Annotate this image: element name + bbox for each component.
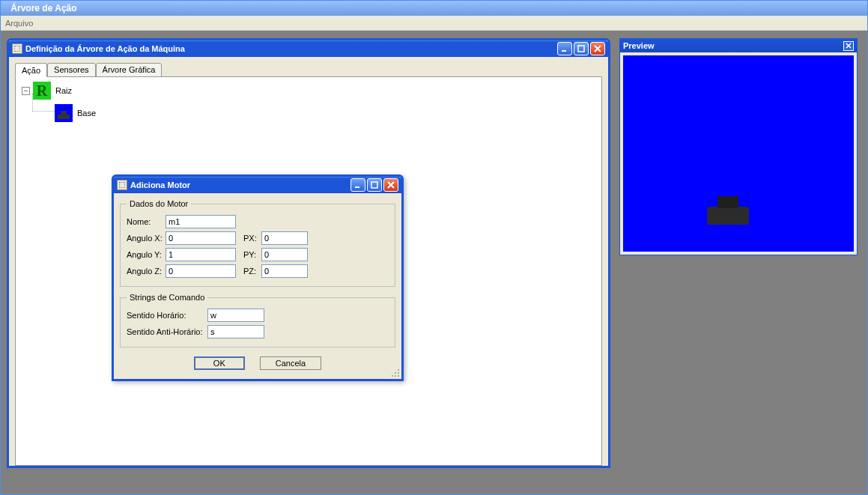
preview-model-icon — [707, 207, 749, 225]
py-label: PY: — [243, 250, 261, 259]
svg-rect-1 — [578, 46, 584, 52]
group-strings-comando: Strings de Comando Sentido Horário: Sent… — [120, 293, 395, 347]
mdi-client: Definição da Árvore de Ação da Máquina A… — [4, 34, 864, 491]
sentido-horario-input[interactable] — [207, 309, 264, 322]
maximize-button[interactable] — [574, 42, 589, 55]
definition-title-text: Definição da Árvore de Ação da Máquina — [25, 40, 557, 57]
angulo-y-label: Angulo Y: — [127, 250, 166, 259]
tree-view[interactable]: − R Raiz Base — [22, 83, 595, 121]
main-title-text: Árvore de Ação — [10, 3, 76, 13]
close-button[interactable] — [590, 42, 605, 55]
angulo-y-input[interactable] — [166, 248, 236, 261]
preview-viewport[interactable] — [623, 55, 854, 252]
svg-point-9 — [395, 372, 396, 374]
tree-row-root[interactable]: − R Raiz — [22, 83, 595, 98]
motor-dialog: Adiciona Motor — [112, 174, 404, 381]
angulo-z-label: Angulo Z: — [127, 267, 166, 276]
nome-label: Nome: — [127, 217, 166, 226]
px-input[interactable] — [261, 231, 308, 245]
tab-arvore-label: Árvore Gráfica — [103, 65, 156, 74]
definition-titlebar[interactable]: Definição da Árvore de Ação da Máquina — [9, 40, 608, 57]
motor-body: Dados do Motor Nome: Angulo X: PX: — [114, 193, 401, 379]
group-dados-motor-legend: Dados do Motor — [127, 199, 191, 208]
ok-button[interactable]: OK — [194, 356, 245, 370]
definition-window: Definição da Árvore de Ação da Máquina A… — [7, 38, 610, 468]
main-menu: Arquivo — [1, 16, 867, 31]
svg-point-8 — [398, 369, 399, 371]
px-label: PX: — [243, 234, 261, 243]
svg-point-12 — [395, 375, 396, 377]
pz-label: PZ: — [243, 267, 261, 276]
svg-point-10 — [398, 372, 399, 374]
resize-grip[interactable] — [389, 367, 400, 377]
form-icon — [12, 43, 22, 54]
tab-page-acao: − R Raiz Base — [15, 76, 602, 466]
svg-rect-5 — [371, 182, 377, 188]
tree-toggle[interactable]: − — [22, 87, 30, 95]
svg-point-11 — [392, 375, 393, 377]
tab-arvore-grafica[interactable]: Árvore Gráfica — [96, 63, 163, 77]
tab-acao-label: Ação — [22, 66, 40, 75]
close-button[interactable] — [843, 41, 854, 51]
tree-root-label: Raiz — [55, 86, 72, 95]
tree-row-base[interactable]: Base — [55, 106, 595, 121]
cancel-button[interactable]: Cancela — [260, 356, 321, 370]
py-input[interactable] — [261, 248, 308, 261]
preview-window: Preview — [619, 38, 858, 255]
close-button[interactable] — [383, 178, 398, 192]
nome-input[interactable] — [166, 215, 236, 228]
definition-body: Ação Sensores Árvore Gráfica − R Raiz — [9, 57, 608, 466]
sentido-anti-horario-input[interactable] — [207, 325, 264, 338]
maximize-button[interactable] — [367, 178, 382, 192]
preview-titlebar[interactable]: Preview — [620, 39, 857, 52]
tab-strip: Ação Sensores Árvore Gráfica — [15, 63, 602, 77]
angulo-x-label: Angulo X: — [127, 234, 166, 243]
pz-input[interactable] — [261, 264, 308, 278]
base-icon — [55, 104, 73, 122]
angulo-x-input[interactable] — [166, 231, 236, 245]
form-icon — [117, 180, 127, 190]
main-window: Árvore de Ação Arquivo Definição da Árvo… — [0, 0, 868, 495]
minimize-button[interactable] — [557, 42, 572, 55]
tab-sensores-label: Sensores — [54, 65, 88, 74]
main-window-title: Árvore de Ação — [1, 1, 867, 16]
sentido-horario-label: Sentido Horário: — [127, 311, 207, 320]
tab-acao[interactable]: Ação — [15, 63, 47, 77]
group-strings-legend: Strings de Comando — [127, 293, 207, 302]
svg-point-13 — [398, 375, 399, 377]
sentido-anti-horario-label: Sentido Anti-Horário: — [127, 327, 207, 336]
minimize-button[interactable] — [350, 178, 365, 192]
preview-title-text: Preview — [623, 39, 843, 52]
tree-connector — [32, 94, 55, 112]
motor-titlebar[interactable]: Adiciona Motor — [114, 177, 401, 193]
tree-base-label: Base — [77, 109, 96, 118]
angulo-z-input[interactable] — [166, 264, 236, 278]
menu-arquivo[interactable]: Arquivo — [5, 19, 33, 28]
group-dados-motor: Dados do Motor Nome: Angulo X: PX: — [120, 199, 395, 287]
tab-sensores[interactable]: Sensores — [47, 63, 95, 77]
motor-title-text: Adiciona Motor — [130, 177, 350, 193]
